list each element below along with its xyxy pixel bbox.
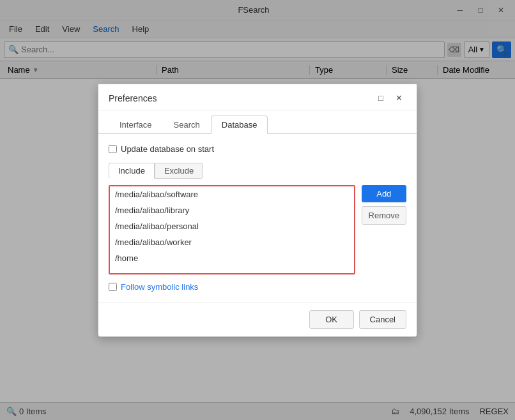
remove-path-button[interactable]: Remove bbox=[362, 206, 406, 225]
dialog-tabs: Interface Search Database bbox=[98, 110, 417, 134]
subtab-exclude[interactable]: Exclude bbox=[155, 163, 203, 179]
follow-symlinks-checkbox[interactable] bbox=[109, 283, 117, 291]
dialog-controls: □ ✕ bbox=[373, 92, 406, 105]
update-on-start-row: Update database on start bbox=[109, 144, 406, 154]
dialog-close-button[interactable]: ✕ bbox=[391, 92, 406, 105]
list-item[interactable]: /media/alibao/library bbox=[110, 202, 354, 218]
paths-area: /media/alibao/software /media/alibao/lib… bbox=[109, 185, 406, 274]
tab-database[interactable]: Database bbox=[211, 116, 268, 134]
paths-list: /media/alibao/software /media/alibao/lib… bbox=[109, 185, 355, 274]
add-path-button[interactable]: Add bbox=[362, 185, 406, 202]
follow-symlinks-row: Follow symbolic links bbox=[109, 282, 406, 292]
dialog-title: Preferences bbox=[109, 93, 157, 103]
subtabs: Include Exclude bbox=[109, 163, 406, 179]
tab-search[interactable]: Search bbox=[163, 116, 211, 133]
subtab-include[interactable]: Include bbox=[109, 163, 155, 179]
paths-buttons: Add Remove bbox=[362, 185, 406, 274]
dialog-title-bar: Preferences □ ✕ bbox=[98, 84, 417, 110]
tab-interface[interactable]: Interface bbox=[109, 116, 163, 133]
cancel-button[interactable]: Cancel bbox=[359, 310, 406, 329]
list-item[interactable]: /home bbox=[110, 250, 354, 266]
list-item[interactable]: /media/alibao/software bbox=[110, 186, 354, 202]
ok-button[interactable]: OK bbox=[309, 310, 354, 329]
dialog-body: Update database on start Include Exclude… bbox=[98, 134, 417, 302]
list-item[interactable]: /media/alibao/worker bbox=[110, 234, 354, 250]
list-item[interactable]: /media/alibao/personal bbox=[110, 218, 354, 234]
dialog-overlay: Preferences □ ✕ Interface Search Databas… bbox=[0, 0, 515, 420]
update-on-start-checkbox[interactable] bbox=[109, 145, 117, 153]
preferences-dialog: Preferences □ ✕ Interface Search Databas… bbox=[98, 84, 417, 337]
dialog-footer: OK Cancel bbox=[98, 302, 417, 336]
follow-symlinks-label: Follow symbolic links bbox=[121, 282, 198, 292]
update-on-start-label: Update database on start bbox=[121, 144, 214, 154]
dialog-maximize-button[interactable]: □ bbox=[373, 92, 388, 105]
